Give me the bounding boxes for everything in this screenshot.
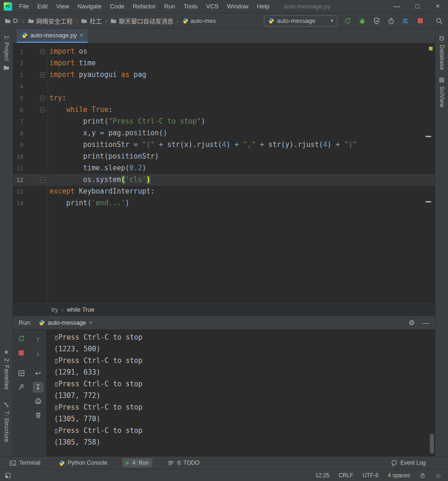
restore-layout-button[interactable] <box>16 368 27 378</box>
menu-refactor[interactable]: Refactor <box>129 0 160 13</box>
run-config-selector[interactable]: auto-message ▾ <box>264 15 338 27</box>
file-encoding[interactable]: UTF-8 <box>363 472 379 479</box>
rerun-button[interactable] <box>16 334 27 344</box>
breadcrumb-item[interactable]: auto-mes <box>182 17 216 24</box>
inspections-level-icon[interactable]: ☺ <box>435 472 441 479</box>
readonly-lock-icon[interactable] <box>420 472 426 479</box>
code-line[interactable]: 10 print(positionStr) <box>13 151 435 162</box>
down-stack-trace-button[interactable]: ↓ <box>33 348 43 358</box>
fold-marker[interactable]: − <box>40 96 45 101</box>
coverage-button[interactable] <box>372 17 381 25</box>
pin-tab-button[interactable] <box>16 382 27 392</box>
sidebar-item-sciview[interactable]: SciView <box>439 77 445 107</box>
tab-auto-message-py[interactable]: auto-message.py × <box>17 29 88 43</box>
fold-marker[interactable]: − <box>40 49 45 54</box>
python-console-label: Python Console <box>68 460 107 466</box>
menu-file[interactable]: File <box>15 0 33 13</box>
stop-button[interactable] <box>16 348 27 358</box>
debug-button[interactable] <box>358 17 366 25</box>
toolwindow-run[interactable]: ▶ 4: Run <box>122 458 152 467</box>
search-everywhere-button[interactable] <box>435 17 443 25</box>
breadcrumb-item[interactable]: 社工 <box>81 16 102 25</box>
soft-wrap-button[interactable]: ↩ <box>33 368 43 378</box>
menu-window[interactable]: Window <box>223 0 253 13</box>
menu-run[interactable]: Run <box>160 0 179 13</box>
fold-marker[interactable]: − <box>40 107 45 112</box>
console-output[interactable]: ▯Press Ctrl-C to stop(1223, 500)▯Press C… <box>47 330 435 456</box>
code-line[interactable]: 9 positionStr = "(" + str(x).rjust(4) + … <box>13 139 435 151</box>
toolwindow-terminal[interactable]: Terminal <box>6 458 44 468</box>
caret-position[interactable]: 12:25 <box>315 472 329 479</box>
sidebar-item-database[interactable]: Database <box>439 35 445 70</box>
run-toolbar: auto-message ▾ <box>264 15 443 27</box>
breadcrumb-while-true[interactable]: while True <box>67 306 94 313</box>
sidebar-item-project[interactable]: 1: Project <box>3 35 10 70</box>
code-line[interactable]: 7 print("Press Ctrl-C to stop") <box>13 116 435 127</box>
line-number: 5 <box>20 92 23 104</box>
scroll-to-end-button[interactable]: ↧ <box>33 382 43 392</box>
tool-window-bar-right: Event Log <box>387 458 442 468</box>
close-tab-icon[interactable]: × <box>80 32 83 38</box>
code-line[interactable]: 5−try: <box>13 92 435 104</box>
pycharm-window: PC FileEditViewNavigateCodeRefactorRunTo… <box>0 0 448 481</box>
chevron-icon: › <box>76 17 78 25</box>
run-tab[interactable]: auto-message × <box>36 319 95 326</box>
close-button[interactable]: × <box>427 0 448 13</box>
console-scrollbar[interactable] <box>430 434 434 453</box>
todo-label: 6: TODO <box>177 460 200 466</box>
scrollbar-mark <box>426 136 431 137</box>
up-stack-trace-button[interactable]: ↑ <box>33 334 43 344</box>
menu-tools[interactable]: Tools <box>179 0 202 13</box>
code-text: print('end...') <box>48 197 130 209</box>
fold-marker[interactable]: − <box>40 177 45 182</box>
line-separator[interactable]: CRLF <box>338 472 353 479</box>
line-number: 12 <box>16 174 23 186</box>
rerun-button[interactable] <box>344 17 352 25</box>
menu-view[interactable]: View <box>52 0 73 13</box>
menu-edit[interactable]: Edit <box>33 0 52 13</box>
code-line[interactable]: 14 print('end...') <box>13 197 435 209</box>
code-line[interactable]: 6− while True: <box>13 104 435 116</box>
clear-all-button[interactable] <box>33 410 43 420</box>
code-line[interactable]: 2import time <box>13 57 435 69</box>
breadcrumb-item[interactable]: 聊天窗口自动发消息 <box>110 16 173 25</box>
code-line[interactable]: 4 <box>13 81 435 92</box>
status-bar: 12:25 CRLF UTF-8 4 spaces ☺ <box>0 469 448 481</box>
toolwindow-todo[interactable]: 6: TODO <box>164 458 203 468</box>
code-line[interactable]: 1−import os <box>13 46 435 57</box>
stop-button[interactable] <box>416 17 424 25</box>
print-button[interactable] <box>33 396 43 406</box>
code-line[interactable]: 13except KeyboardInterrupt: <box>13 186 435 197</box>
inspection-indicator[interactable] <box>429 47 433 50</box>
profiler-button[interactable] <box>387 17 395 25</box>
maximize-button[interactable]: □ <box>407 0 427 13</box>
concurrency-button[interactable] <box>401 17 410 25</box>
editor[interactable]: 1−import os2import time3−import pyautogu… <box>13 43 435 303</box>
indent-style[interactable]: 4 spaces <box>388 472 410 479</box>
project-label: 1: Project <box>3 35 10 61</box>
code-line[interactable]: 3−import pyautogui as pag <box>13 69 435 81</box>
breadcrumb-item[interactable]: D: <box>5 17 19 24</box>
gear-icon[interactable]: ⚙ <box>409 319 415 326</box>
run-config-label: auto-message <box>277 17 315 24</box>
sidebar-item-structure[interactable]: 7: Structure <box>3 402 10 442</box>
close-tab-icon[interactable]: × <box>89 320 93 326</box>
menu-help[interactable]: Help <box>253 0 274 13</box>
breadcrumb-try[interactable]: try <box>51 306 58 313</box>
breadcrumb-item[interactable]: 网络安全工程 <box>28 16 73 25</box>
event-log-button[interactable]: Event Log <box>387 458 429 468</box>
minimize-button[interactable]: — <box>386 0 407 13</box>
toolwindow-python-console[interactable]: Python Console <box>55 458 111 467</box>
folder-icon <box>3 64 9 70</box>
code-line[interactable]: 8 x,y = pag.position() <box>13 127 435 139</box>
folder-icon <box>28 18 34 24</box>
hide-panel-icon[interactable]: — <box>422 319 429 326</box>
menu-navigate[interactable]: Navigate <box>73 0 105 13</box>
menu-code[interactable]: Code <box>106 0 129 13</box>
code-line[interactable]: 12− os.system('cls') <box>13 174 435 186</box>
menu-vcs[interactable]: VCS <box>202 0 223 13</box>
fold-marker[interactable]: − <box>40 72 45 77</box>
toolwindow-switcher-icon[interactable] <box>5 472 11 479</box>
code-line[interactable]: 11 time.sleep(0.2) <box>13 162 435 174</box>
sidebar-item-favorites[interactable]: ★ 2: Favorites <box>3 349 10 390</box>
